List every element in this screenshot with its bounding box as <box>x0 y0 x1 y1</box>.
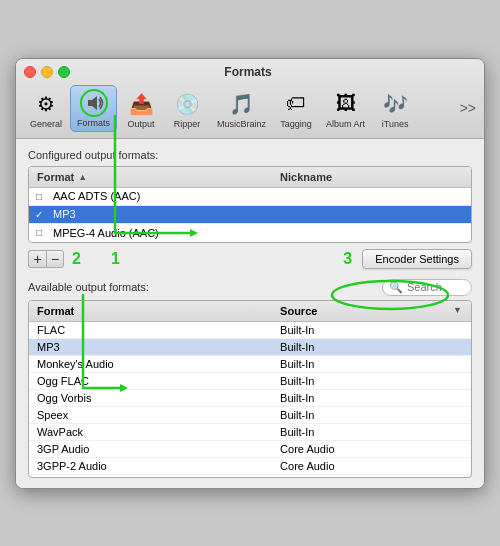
tagging-icon: 🏷 <box>282 90 310 118</box>
row-format-mp3: MP3 <box>49 208 272 220</box>
content-area: Configured output formats: Format ▲ Nick… <box>16 139 484 488</box>
available-row-8[interactable]: 3GPP-2 Audio Core Audio <box>29 458 471 475</box>
avail-format-cell: WavPack <box>29 426 272 438</box>
avail-source-cell: Built-In <box>272 375 471 387</box>
annotation-2: 2 <box>72 250 81 268</box>
window-title: Formats <box>80 65 416 79</box>
close-button[interactable] <box>24 66 36 78</box>
add-button[interactable]: + <box>28 250 46 268</box>
available-row-5[interactable]: Speex Built-In <box>29 407 471 424</box>
speaker-svg <box>80 89 108 117</box>
row-format-aac: AAC ADTS (AAC) <box>49 190 272 202</box>
avail-format-cell: Ogg Vorbis <box>29 392 272 404</box>
available-row-6[interactable]: WavPack Built-In <box>29 424 471 441</box>
toolbar-label-musicbrainz: MusicBrainz <box>217 119 266 129</box>
available-rows-container[interactable]: FLAC Built-In MP3 Built-In Monkey's Audi… <box>29 322 471 477</box>
toolbar: ⚙ General Formats <box>24 83 476 134</box>
toolbar-item-formats[interactable]: Formats <box>70 85 117 132</box>
toolbar-label-itunes: iTunes <box>382 119 409 129</box>
available-row-9[interactable]: AAC ADTS Core Audio <box>29 475 471 477</box>
toolbar-label-output: Output <box>128 119 155 129</box>
search-box[interactable]: 🔍 <box>382 279 472 296</box>
annotation-1: 1 <box>111 250 120 268</box>
available-section: Available output formats: 🔍 Format Sourc… <box>28 279 472 478</box>
sort-arrow: ▲ <box>78 172 87 182</box>
configured-table-header: Format ▲ Nickname <box>29 167 471 188</box>
available-row-2[interactable]: Monkey's Audio Built-In <box>29 356 471 373</box>
minimize-button[interactable] <box>41 66 53 78</box>
avail-format-cell: 3GP Audio <box>29 443 272 455</box>
toolbar-item-ripper[interactable]: 💿 Ripper <box>165 87 209 132</box>
avail-sort-arrow: ▼ <box>449 303 471 319</box>
format-column-header: Format ▲ <box>29 169 272 185</box>
avail-format-cell: Ogg FLAC <box>29 375 272 387</box>
toolbar-item-musicbrainz[interactable]: 🎵 MusicBrainz <box>211 87 272 132</box>
titlebar: Formats ⚙ General <box>16 59 484 139</box>
itunes-icon: 🎶 <box>381 90 409 118</box>
toolbar-item-general[interactable]: ⚙ General <box>24 87 68 132</box>
configured-row-mpeg4[interactable]: □ MPEG-4 Audio (AAC) <box>29 224 471 242</box>
musicbrainz-icon: 🎵 <box>228 90 256 118</box>
toolbar-label-ripper: Ripper <box>174 119 201 129</box>
remove-button[interactable]: − <box>46 250 64 268</box>
configured-formats-table: Format ▲ Nickname □ AAC ADTS (AAC) ✓ M <box>28 166 472 243</box>
toolbar-label-albumart: Album Art <box>326 119 365 129</box>
available-section-label: Available output formats: <box>28 281 149 293</box>
avail-source-header: Source <box>272 303 449 319</box>
nickname-column-header: Nickname <box>272 169 471 185</box>
row-checkbox-mpeg4[interactable]: □ <box>29 227 49 238</box>
row-format-mpeg4: MPEG-4 Audio (AAC) <box>49 227 272 239</box>
configured-section-label: Configured output formats: <box>28 149 472 161</box>
available-table-header: Format Source ▼ <box>29 301 471 322</box>
toolbar-item-tagging[interactable]: 🏷 Tagging <box>274 87 318 132</box>
ripper-icon: 💿 <box>173 90 201 118</box>
avail-format-cell: Monkey's Audio <box>29 358 272 370</box>
toolbar-item-albumart[interactable]: 🖼 Album Art <box>320 87 371 132</box>
available-formats-table: Format Source ▼ FLAC Built-In MP3 Built-… <box>28 300 472 478</box>
avail-source-cell: Built-In <box>272 409 471 421</box>
configured-table-controls: + − 2 1 3 Encoder Settings <box>28 247 472 271</box>
configured-row-aac[interactable]: □ AAC ADTS (AAC) <box>29 188 471 206</box>
available-row-7[interactable]: 3GP Audio Core Audio <box>29 441 471 458</box>
annotation-3: 3 <box>343 250 352 268</box>
row-checkbox-mp3[interactable]: ✓ <box>29 209 49 220</box>
avail-format-cell: Speex <box>29 409 272 421</box>
avail-format-cell: 3GPP-2 Audio <box>29 460 272 472</box>
configured-row-mp3[interactable]: ✓ MP3 <box>29 206 471 224</box>
avail-source-cell: Built-In <box>272 426 471 438</box>
available-row-3[interactable]: Ogg FLAC Built-In <box>29 373 471 390</box>
available-row-4[interactable]: Ogg Vorbis Built-In <box>29 390 471 407</box>
maximize-button[interactable] <box>58 66 70 78</box>
avail-source-cell: Built-In <box>272 341 471 353</box>
available-row-0[interactable]: FLAC Built-In <box>29 322 471 339</box>
general-icon: ⚙ <box>32 90 60 118</box>
toolbar-item-output[interactable]: 📤 Output <box>119 87 163 132</box>
encoder-settings-button[interactable]: Encoder Settings <box>362 249 472 269</box>
formats-icon <box>80 89 108 117</box>
traffic-lights <box>24 66 70 78</box>
main-window: Formats ⚙ General <box>15 58 485 489</box>
available-header: Available output formats: 🔍 <box>28 279 472 296</box>
avail-source-cell: Built-In <box>272 392 471 404</box>
available-row-1[interactable]: MP3 Built-In <box>29 339 471 356</box>
row-checkbox-aac[interactable]: □ <box>29 191 49 202</box>
avail-source-cell: Built-In <box>272 358 471 370</box>
albumart-icon: 🖼 <box>332 90 360 118</box>
avail-format-cell: MP3 <box>29 341 272 353</box>
add-remove-buttons: + − <box>28 250 64 268</box>
avail-source-cell: Core Audio <box>272 443 471 455</box>
toolbar-label-general: General <box>30 119 62 129</box>
toolbar-label-tagging: Tagging <box>280 119 312 129</box>
avail-source-cell: Built-In <box>272 324 471 336</box>
toolbar-label-formats: Formats <box>77 118 110 128</box>
search-input[interactable] <box>407 281 467 293</box>
avail-source-cell: Core Audio <box>272 460 471 472</box>
avail-format-header: Format <box>29 303 272 319</box>
output-icon: 📤 <box>127 90 155 118</box>
toolbar-item-itunes[interactable]: 🎶 iTunes <box>373 87 417 132</box>
toolbar-expand[interactable]: >> <box>460 100 476 116</box>
search-icon: 🔍 <box>389 281 403 294</box>
avail-format-cell: FLAC <box>29 324 272 336</box>
